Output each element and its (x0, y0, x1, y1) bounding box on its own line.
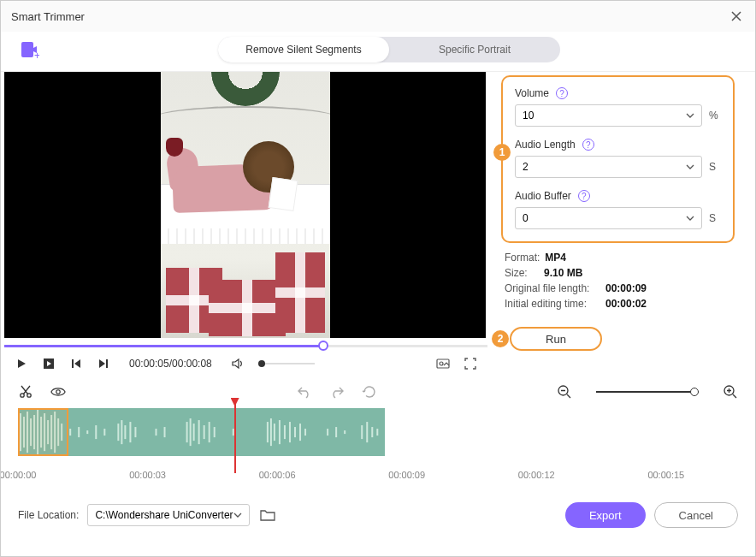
zoom-slider[interactable] (596, 391, 699, 393)
help-icon[interactable]: ? (578, 190, 590, 202)
timeline-playhead[interactable] (234, 403, 236, 473)
mode-tabs: Remove Silent Segments Specific Portrait (218, 37, 560, 62)
svg-rect-35 (155, 429, 157, 436)
video-frame (161, 72, 330, 338)
next-frame-icon[interactable] (97, 357, 110, 370)
redo-icon[interactable] (329, 384, 345, 400)
volume-select[interactable]: 10 (515, 104, 702, 127)
svg-rect-25 (69, 429, 71, 436)
chevron-down-icon (233, 513, 242, 518)
prev-frame-icon[interactable] (69, 357, 83, 370)
audio-length-label: Audio Length (515, 139, 576, 151)
run-button[interactable]: Run (510, 327, 602, 351)
chevron-down-icon (686, 113, 694, 118)
export-button[interactable]: Export (565, 502, 646, 528)
timeline-clip[interactable] (18, 408, 385, 456)
svg-point-5 (440, 362, 443, 365)
svg-rect-56 (344, 430, 346, 434)
svg-rect-52 (299, 424, 301, 441)
timeline[interactable] (18, 408, 738, 465)
ruler-tick: 00:00:03 (129, 470, 166, 480)
svg-rect-36 (164, 427, 166, 437)
svg-rect-11 (18, 408, 385, 456)
chevron-down-icon (686, 164, 694, 169)
svg-rect-34 (134, 427, 136, 437)
svg-rect-39 (193, 424, 195, 441)
svg-rect-50 (289, 422, 291, 442)
ruler-tick: 00:00:09 (388, 470, 425, 480)
svg-rect-27 (86, 430, 88, 434)
file-location-select[interactable]: C:\Wondershare UniConverter (87, 504, 249, 526)
cancel-button[interactable]: Cancel (654, 502, 738, 528)
orig-length-value: 00:00:09 (605, 282, 647, 294)
size-value: 9.10 MB (544, 267, 582, 279)
svg-rect-26 (78, 427, 80, 437)
audio-buffer-label: Audio Buffer (515, 190, 571, 202)
svg-rect-58 (366, 422, 368, 442)
size-label: Size: (505, 267, 539, 279)
help-icon[interactable]: ? (556, 87, 568, 99)
orig-length-label: Original file length: (505, 282, 600, 294)
ruler-tick: 00:00:12 (518, 470, 555, 480)
file-location-label: File Location: (18, 509, 79, 521)
volume-unit: % (709, 110, 721, 121)
svg-rect-49 (284, 425, 286, 439)
ruler-tick: 00:00:06 (259, 470, 296, 480)
zoom-in-icon[interactable] (723, 384, 738, 400)
seek-bar[interactable] (4, 340, 487, 352)
reset-icon[interactable] (362, 384, 377, 400)
audio-length-select[interactable]: 2 (515, 156, 702, 178)
ruler-tick: 00:00:00 (0, 470, 36, 480)
init-edit-value: 00:00:02 (605, 298, 647, 310)
window-title: Smart Trimmer (11, 10, 85, 23)
cut-icon[interactable] (18, 384, 33, 400)
stop-icon[interactable] (42, 357, 56, 370)
undo-icon[interactable] (297, 384, 312, 400)
svg-rect-40 (198, 420, 200, 444)
volume-slider[interactable] (258, 362, 315, 365)
svg-rect-41 (204, 425, 205, 439)
svg-rect-57 (361, 425, 363, 439)
play-icon[interactable] (15, 357, 28, 370)
step-badge-1: 1 (493, 144, 511, 161)
svg-rect-46 (270, 418, 272, 446)
fullscreen-icon[interactable] (464, 357, 477, 370)
help-icon[interactable]: ? (582, 139, 594, 151)
svg-text:+: + (34, 50, 39, 60)
svg-rect-59 (371, 427, 373, 437)
volume-icon[interactable] (231, 357, 245, 370)
close-icon[interactable] (728, 8, 745, 25)
audio-length-unit: S (709, 161, 721, 173)
preview-eye-icon[interactable] (50, 384, 66, 400)
timeline-selection[interactable] (18, 408, 68, 456)
parameters-panel: 1 Volume? 10 % Audio Length? 2 S Audio B… (501, 75, 735, 243)
svg-rect-47 (274, 424, 275, 441)
svg-rect-29 (103, 429, 105, 436)
format-value: MP4 (545, 252, 566, 264)
svg-rect-55 (335, 427, 337, 437)
svg-rect-32 (124, 425, 126, 439)
svg-rect-42 (209, 422, 210, 442)
open-folder-icon[interactable] (258, 506, 277, 524)
init-edit-label: Initial editing time: (505, 298, 600, 310)
audio-buffer-unit: S (709, 212, 721, 224)
svg-rect-33 (129, 422, 131, 442)
svg-rect-60 (376, 429, 378, 436)
svg-rect-53 (304, 429, 306, 436)
snapshot-icon[interactable] (436, 357, 450, 370)
playback-time: 00:00:05/00:00:08 (129, 358, 212, 370)
format-label: Format: (505, 252, 540, 264)
svg-rect-3 (106, 359, 108, 368)
tab-remove-silent[interactable]: Remove Silent Segments (218, 37, 389, 62)
svg-rect-30 (117, 424, 119, 441)
svg-point-8 (56, 390, 61, 394)
zoom-out-icon[interactable] (557, 384, 572, 400)
app-logo-icon: + (18, 39, 40, 61)
svg-rect-54 (327, 429, 328, 436)
svg-rect-45 (267, 422, 269, 442)
svg-rect-37 (186, 422, 188, 442)
svg-rect-2 (72, 359, 74, 368)
tab-specific-portrait[interactable]: Specific Portrait (389, 37, 560, 62)
audio-buffer-select[interactable]: 0 (515, 207, 702, 229)
svg-rect-43 (214, 427, 216, 437)
